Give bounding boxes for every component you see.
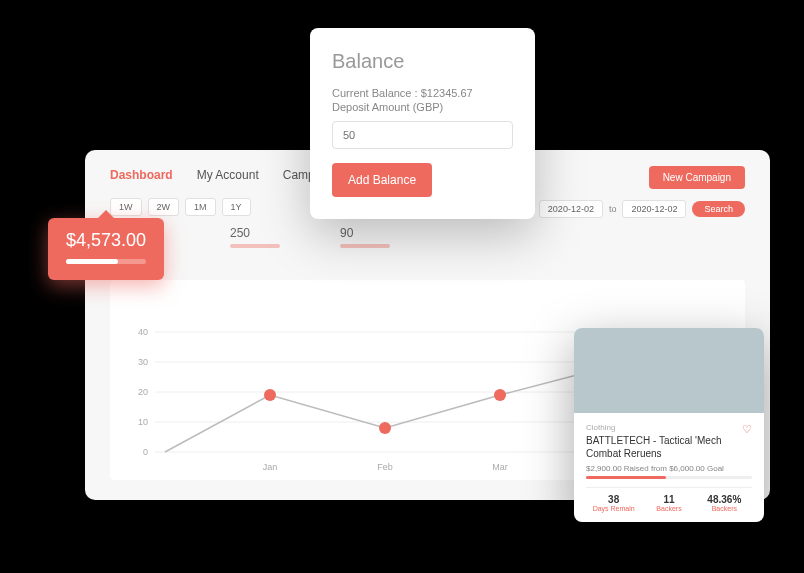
- meta-backers-label: Backers: [641, 505, 696, 512]
- stat-block-2: 90: [340, 226, 390, 248]
- deposit-input[interactable]: [332, 121, 513, 149]
- campaign-category: Clothing: [586, 423, 752, 432]
- tab-dashboard[interactable]: Dashboard: [110, 168, 173, 182]
- stat-value-2: 90: [340, 226, 390, 240]
- balance-card: Balance Current Balance : $12345.67 Depo…: [310, 28, 535, 219]
- tab-my-account[interactable]: My Account: [197, 168, 259, 182]
- range-1y[interactable]: 1Y: [222, 198, 251, 216]
- chart-dot-jan: [264, 389, 276, 401]
- campaign-raised: $2,900.00 Raised from $6,000.00 Goal: [586, 464, 752, 473]
- campaign-card[interactable]: ♡ Clothing BATTLETECH - Tactical 'Mech C…: [574, 328, 764, 522]
- y-tick-0: 0: [143, 447, 148, 457]
- meta-pct-num: 48.36%: [697, 494, 752, 505]
- range-1w[interactable]: 1W: [110, 198, 142, 216]
- y-tick-40: 40: [138, 327, 148, 337]
- new-campaign-button[interactable]: New Campaign: [649, 166, 745, 189]
- meta-backers: 11 Backers: [641, 494, 696, 512]
- x-tick-jan: Jan: [263, 462, 278, 472]
- x-tick-mar: Mar: [492, 462, 508, 472]
- balance-amount: $4,573.00: [66, 230, 146, 251]
- campaign-title: BATTLETECH - Tactical 'Mech Combat Rerue…: [586, 434, 752, 460]
- campaign-image: [574, 328, 764, 413]
- deposit-label: Deposit Amount (GBP): [332, 101, 513, 113]
- balance-badge: $4,573.00: [48, 218, 164, 280]
- date-to[interactable]: 2020-12-02: [622, 200, 686, 218]
- current-balance: Current Balance : $12345.67: [332, 87, 513, 99]
- y-tick-20: 20: [138, 387, 148, 397]
- meta-pct: 48.36% Backers: [697, 494, 752, 512]
- chart-dot-mar: [494, 389, 506, 401]
- meta-pct-label: Backers: [697, 505, 752, 512]
- balance-bar-track: [66, 259, 146, 264]
- meta-days: 38 Days Remain: [586, 494, 641, 512]
- stat-block-1: 250: [230, 226, 280, 248]
- date-to-label: to: [609, 204, 617, 214]
- campaign-progress-fill: [586, 476, 666, 479]
- campaign-meta-row: 38 Days Remain 11 Backers 48.36% Backers: [586, 487, 752, 512]
- campaign-progress-track: [586, 476, 752, 479]
- search-button[interactable]: Search: [692, 201, 745, 217]
- stats-row: 250 90: [230, 226, 745, 248]
- range-1m[interactable]: 1M: [185, 198, 216, 216]
- date-filter-row: 2020-12-02 to 2020-12-02 Search: [539, 200, 745, 218]
- balance-bar-fill: [66, 259, 118, 264]
- date-from[interactable]: 2020-12-02: [539, 200, 603, 218]
- balance-title: Balance: [332, 50, 513, 73]
- add-balance-button[interactable]: Add Balance: [332, 163, 432, 197]
- stat-value-1: 250: [230, 226, 280, 240]
- meta-days-label: Days Remain: [586, 505, 641, 512]
- meta-backers-num: 11: [641, 494, 696, 505]
- stat-bar-2: [340, 244, 390, 248]
- heart-icon[interactable]: ♡: [742, 423, 752, 436]
- y-tick-10: 10: [138, 417, 148, 427]
- y-tick-30: 30: [138, 357, 148, 367]
- stat-bar-1: [230, 244, 280, 248]
- range-2w[interactable]: 2W: [148, 198, 180, 216]
- x-tick-feb: Feb: [377, 462, 393, 472]
- meta-days-num: 38: [586, 494, 641, 505]
- chart-dot-feb: [379, 422, 391, 434]
